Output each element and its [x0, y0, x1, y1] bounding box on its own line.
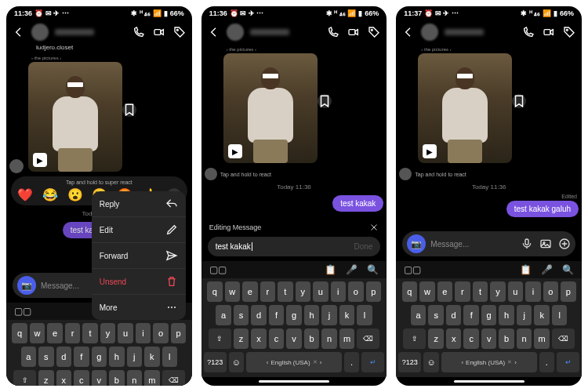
audio-call-icon[interactable]	[522, 26, 535, 38]
key-p[interactable]: p	[561, 281, 576, 302]
key-r[interactable]: r	[260, 281, 276, 302]
key-t[interactable]: t	[278, 281, 293, 302]
key-n[interactable]: n	[127, 370, 143, 386]
key-h[interactable]: h	[109, 347, 125, 367]
key-d[interactable]: d	[446, 305, 462, 325]
key-r[interactable]: r	[455, 281, 470, 302]
key-⌫[interactable]: ⌫	[162, 370, 185, 386]
key-k[interactable]: k	[144, 347, 160, 367]
audio-call-icon[interactable]	[132, 26, 145, 38]
key-g[interactable]: g	[286, 305, 302, 325]
bookmark-icon[interactable]	[512, 94, 526, 108]
home-indicator[interactable]	[454, 380, 524, 383]
key-w[interactable]: w	[30, 323, 45, 343]
tag-icon[interactable]	[173, 26, 186, 38]
username[interactable]	[250, 29, 289, 35]
media-image[interactable]: ▶	[418, 53, 512, 163]
key-b[interactable]: b	[304, 328, 320, 349]
key-space[interactable]: ‹English (USA)✕›	[441, 352, 537, 372]
bookmark-icon[interactable]	[122, 103, 136, 117]
key-l[interactable]: l	[357, 305, 372, 325]
key-b[interactable]: b	[499, 328, 514, 349]
reaction-wow[interactable]: 😮	[67, 187, 83, 202]
keyboard[interactable]: qwertyuiop asdfghjkl ⇧zxcvbnm⌫ ?123 ☺ ‹E…	[201, 278, 387, 377]
key-period[interactable]: .	[344, 352, 360, 372]
clipboard-icon[interactable]: 📋	[325, 264, 336, 275]
key-k[interactable]: k	[534, 305, 550, 325]
mic-icon[interactable]	[521, 238, 533, 250]
bookmark-icon[interactable]	[318, 94, 332, 108]
username[interactable]	[55, 29, 94, 35]
menu-forward[interactable]: Forward	[92, 243, 186, 269]
key-n[interactable]: n	[321, 328, 337, 349]
key-numbers[interactable]: ?123	[398, 352, 421, 372]
key-d[interactable]: d	[56, 347, 72, 367]
search-kb-icon[interactable]: 🔍	[367, 264, 379, 275]
key-b[interactable]: b	[109, 370, 125, 386]
key-numbers[interactable]: ?123	[204, 352, 227, 372]
gallery-icon[interactable]	[539, 238, 552, 250]
key-v[interactable]: v	[92, 370, 107, 386]
media-image[interactable]: ▶	[28, 62, 122, 172]
key-t[interactable]: t	[473, 281, 488, 302]
key-y[interactable]: y	[490, 281, 506, 302]
reaction-laugh[interactable]: 😂	[42, 187, 58, 202]
menu-edit[interactable]: Edit	[92, 217, 186, 243]
key-a[interactable]: a	[21, 347, 37, 367]
key-v[interactable]: v	[286, 328, 302, 349]
key-h[interactable]: h	[304, 305, 320, 325]
gboard-squares-icon[interactable]: ▢▢	[404, 264, 421, 275]
keyboard[interactable]: qwertyuiop asdfghjkl ⇧zxcvbnm⌫ ?123 ☺ ‹E…	[6, 320, 192, 386]
back-icon[interactable]	[13, 26, 25, 38]
gboard-squares-icon[interactable]: ▢▢	[14, 306, 31, 317]
key-f[interactable]: f	[463, 305, 479, 325]
key-i[interactable]: i	[136, 323, 151, 343]
key-m[interactable]: m	[144, 370, 160, 386]
search-kb-icon[interactable]: 🔍	[562, 264, 574, 275]
key-a[interactable]: a	[411, 305, 426, 325]
message-bubble-edited[interactable]: test kakak galuh	[506, 201, 579, 217]
key-⇧[interactable]: ⇧	[403, 328, 426, 349]
key-u[interactable]: u	[118, 323, 133, 343]
key-n[interactable]: n	[517, 328, 532, 349]
key-y[interactable]: y	[296, 281, 311, 302]
key-z[interactable]: z	[38, 370, 54, 386]
key-p[interactable]: p	[366, 281, 382, 302]
key-emoji[interactable]: ☺	[423, 352, 439, 372]
key-w[interactable]: w	[225, 281, 241, 302]
key-l[interactable]: l	[162, 347, 178, 367]
key-k[interactable]: k	[339, 305, 355, 325]
menu-unsend[interactable]: Unsend	[92, 269, 186, 295]
audio-call-icon[interactable]	[327, 26, 339, 38]
avatar[interactable]	[31, 24, 49, 41]
key-i[interactable]: i	[331, 281, 347, 302]
key-c[interactable]: c	[269, 328, 285, 349]
key-e[interactable]: e	[242, 281, 258, 302]
sender-avatar[interactable]	[399, 168, 412, 180]
key-u[interactable]: u	[508, 281, 524, 302]
message-bubble[interactable]: test kakak	[332, 195, 383, 212]
mic-kb-icon[interactable]: 🎤	[346, 264, 358, 275]
key-v[interactable]: v	[481, 328, 497, 349]
key-⌫[interactable]: ⌫	[357, 328, 379, 349]
camera-button[interactable]: 📷	[407, 234, 426, 253]
key-j[interactable]: j	[127, 347, 143, 367]
menu-reply[interactable]: Reply	[92, 191, 186, 217]
menu-more[interactable]: More	[92, 295, 186, 320]
key-c[interactable]: c	[463, 328, 479, 349]
tag-icon[interactable]	[563, 26, 575, 38]
key-j[interactable]: j	[321, 305, 337, 325]
key-x[interactable]: x	[446, 328, 462, 349]
key-h[interactable]: h	[499, 305, 514, 325]
key-q[interactable]: q	[207, 281, 223, 302]
key-z[interactable]: z	[428, 328, 444, 349]
key-enter[interactable]: ↵	[557, 352, 579, 372]
shared-media-card[interactable]: › the pictures ‹ ▶	[223, 47, 318, 163]
key-⇧[interactable]: ⇧	[13, 370, 36, 386]
key-e[interactable]: e	[437, 281, 453, 302]
key-g[interactable]: g	[481, 305, 497, 325]
close-icon[interactable]	[369, 223, 379, 232]
key-z[interactable]: z	[234, 328, 249, 349]
key-w[interactable]: w	[419, 281, 435, 302]
key-d[interactable]: d	[251, 305, 267, 325]
